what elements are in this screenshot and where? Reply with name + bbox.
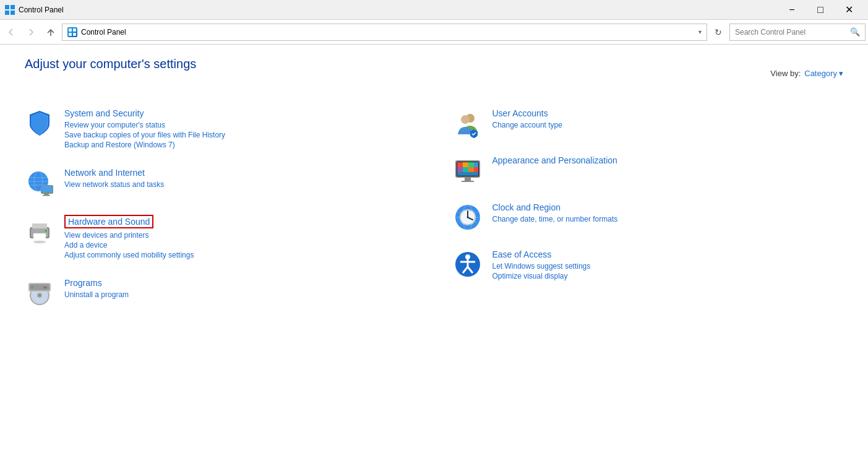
programs-item: Programs Uninstall a program xyxy=(25,278,416,308)
maximize-button[interactable]: □ xyxy=(806,0,835,20)
backup-restore-link[interactable]: Backup and Restore (Windows 7) xyxy=(64,141,416,149)
svg-rect-6 xyxy=(73,28,76,32)
address-chevron[interactable]: ▾ xyxy=(698,28,702,35)
svg-point-23 xyxy=(45,230,47,232)
svg-rect-38 xyxy=(463,162,468,167)
network-internet-title[interactable]: Network and Internet xyxy=(64,168,416,178)
svg-rect-22 xyxy=(33,233,46,241)
appearance-icon xyxy=(453,155,483,185)
user-accounts-title[interactable]: User Accounts xyxy=(492,108,844,118)
appearance-item: Appearance and Personalization xyxy=(453,155,844,185)
programs-title[interactable]: Programs xyxy=(64,278,416,288)
refresh-button[interactable]: ↻ xyxy=(710,24,727,41)
svg-rect-5 xyxy=(69,28,72,32)
viewby-label: View by: xyxy=(770,69,801,78)
user-accounts-item: User Accounts Change account type xyxy=(453,108,844,138)
system-security-title[interactable]: System and Security xyxy=(64,108,416,118)
address-bar: Control Panel ▾ ↻ 🔍 xyxy=(0,20,868,45)
ease-access-item: Ease of Access Let Windows suggest setti… xyxy=(453,249,844,282)
svg-rect-42 xyxy=(463,167,468,172)
window-title: Control Panel xyxy=(19,6,778,14)
svg-point-24 xyxy=(33,241,46,243)
change-account-link[interactable]: Change account type xyxy=(492,121,844,129)
close-button[interactable]: ✕ xyxy=(835,0,863,20)
title-bar: Control Panel − □ ✕ xyxy=(0,0,868,20)
view-devices-link[interactable]: View devices and printers xyxy=(64,231,416,240)
minimize-button[interactable]: − xyxy=(778,0,806,20)
appearance-title[interactable]: Appearance and Personalization xyxy=(492,155,844,165)
svg-rect-0 xyxy=(5,5,9,9)
svg-rect-31 xyxy=(43,287,47,288)
svg-point-59 xyxy=(465,254,470,259)
hardware-sound-title[interactable]: Hardware and Sound xyxy=(64,215,153,228)
page-title: Adjust your computer's settings xyxy=(25,57,196,71)
svg-rect-7 xyxy=(69,33,72,36)
system-security-text: System and Security Review your computer… xyxy=(64,108,416,150)
ease-access-title[interactable]: Ease of Access xyxy=(492,249,844,259)
svg-rect-43 xyxy=(468,167,474,172)
hardware-sound-text: Hardware and Sound View devices and prin… xyxy=(64,215,416,261)
up-button[interactable] xyxy=(42,24,59,41)
svg-rect-44 xyxy=(474,167,478,172)
search-icon: 🔍 xyxy=(850,27,860,37)
visual-display-link[interactable]: Optimize visual display xyxy=(492,272,844,280)
viewby-chevron: ▾ xyxy=(839,69,843,78)
window-controls: − □ ✕ xyxy=(778,0,863,20)
svg-point-57 xyxy=(466,217,468,219)
address-text: Control Panel xyxy=(81,28,695,37)
system-security-icon xyxy=(25,108,54,138)
svg-point-32 xyxy=(31,286,33,288)
appearance-text: Appearance and Personalization xyxy=(492,155,844,168)
svg-rect-37 xyxy=(457,162,463,167)
address-box[interactable]: Control Panel ▾ xyxy=(62,24,707,41)
user-accounts-text: User Accounts Change account type xyxy=(492,108,844,131)
programs-text: Programs Uninstall a program xyxy=(64,278,416,300)
svg-rect-3 xyxy=(11,11,15,15)
back-button[interactable] xyxy=(2,24,20,41)
clock-region-text: Clock and Region Change date, time, or n… xyxy=(492,202,844,225)
clock-region-item: Clock and Region Change date, time, or n… xyxy=(453,202,844,232)
svg-rect-18 xyxy=(46,192,49,193)
file-history-link[interactable]: Save backup copies of your files with Fi… xyxy=(64,131,416,139)
svg-rect-47 xyxy=(462,181,474,182)
svg-rect-17 xyxy=(43,195,50,196)
app-icon xyxy=(5,5,15,15)
svg-rect-1 xyxy=(11,5,15,9)
uninstall-link[interactable]: Uninstall a program xyxy=(64,290,416,299)
svg-point-28 xyxy=(38,294,41,297)
right-column: User Accounts Change account type xyxy=(453,108,844,325)
ease-access-text: Ease of Access Let Windows suggest setti… xyxy=(492,249,844,282)
svg-rect-15 xyxy=(41,186,53,193)
forward-button[interactable] xyxy=(22,24,40,41)
svg-rect-2 xyxy=(5,11,9,15)
main-content: Adjust your computer's settings View by:… xyxy=(0,45,868,337)
clock-region-title[interactable]: Clock and Region xyxy=(492,202,844,212)
network-internet-item: Network and Internet View network status… xyxy=(25,168,416,197)
svg-rect-16 xyxy=(44,194,49,195)
svg-rect-40 xyxy=(474,162,478,167)
suggest-settings-link[interactable]: Let Windows suggest settings xyxy=(492,262,844,271)
main-wrapper: Adjust your computer's settings View by:… xyxy=(0,45,868,337)
hardware-sound-item: Hardware and Sound View devices and prin… xyxy=(25,215,416,261)
programs-icon xyxy=(25,278,54,308)
svg-rect-39 xyxy=(468,162,474,167)
clock-region-icon xyxy=(453,202,483,232)
svg-rect-21 xyxy=(32,223,47,228)
date-time-link[interactable]: Change date, time, or number formats xyxy=(492,215,844,223)
svg-rect-41 xyxy=(457,167,463,172)
review-status-link[interactable]: Review your computer's status xyxy=(64,121,416,129)
panels-container: System and Security Review your computer… xyxy=(25,108,843,325)
search-input[interactable] xyxy=(735,28,850,37)
system-security-item: System and Security Review your computer… xyxy=(25,108,416,150)
left-column: System and Security Review your computer… xyxy=(25,108,416,325)
svg-point-34 xyxy=(461,115,470,124)
svg-rect-46 xyxy=(465,178,471,181)
viewby-value[interactable]: Category ▾ xyxy=(804,69,843,78)
network-internet-text: Network and Internet View network status… xyxy=(64,168,416,190)
svg-rect-8 xyxy=(73,33,76,36)
mobility-settings-link[interactable]: Adjust commonly used mobility settings xyxy=(64,251,416,259)
add-device-link[interactable]: Add a device xyxy=(64,241,416,249)
network-status-link[interactable]: View network status and tasks xyxy=(64,180,416,189)
search-box[interactable]: 🔍 xyxy=(729,24,866,41)
ease-access-icon xyxy=(453,249,483,279)
